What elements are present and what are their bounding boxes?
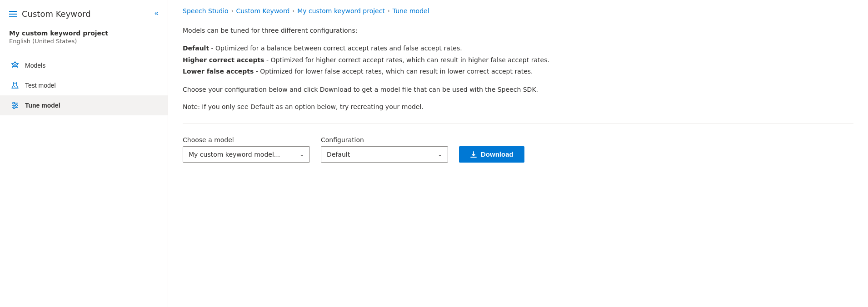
breadcrumb-project[interactable]: My custom keyword project — [297, 7, 385, 15]
divider — [183, 123, 853, 124]
breadcrumb-current: Tune model — [393, 7, 429, 15]
download-label: Download — [481, 150, 514, 158]
page-content: Models can be tuned for three different … — [183, 25, 853, 307]
controls-row: Choose a model My custom keyword model..… — [183, 136, 853, 177]
choose-model-field: Choose a model My custom keyword model..… — [183, 136, 310, 163]
breadcrumb-custom-keyword[interactable]: Custom Keyword — [236, 7, 289, 15]
download-icon — [470, 151, 477, 158]
tune-icon — [10, 101, 20, 110]
chevron-down-icon: ⌄ — [299, 151, 304, 158]
sidebar-item-models[interactable]: Models — [0, 55, 168, 75]
sidebar-nav: Models Test model — [0, 55, 168, 115]
svg-point-8 — [15, 104, 17, 106]
note-text-content: Note: If you only see Default as an opti… — [183, 103, 424, 110]
sidebar-project: My custom keyword project English (Unite… — [0, 30, 168, 46]
svg-point-7 — [13, 102, 15, 104]
sidebar-collapse-button[interactable]: « — [153, 7, 160, 19]
chevron-down-icon-config: ⌄ — [438, 151, 442, 158]
config-lower-false-desc: - Optimized for lower false accept rates… — [254, 68, 533, 75]
choose-model-value: My custom keyword model... — [189, 151, 280, 158]
models-icon — [10, 61, 20, 70]
sidebar-models-label: Models — [25, 62, 45, 69]
project-language: English (United States) — [9, 38, 159, 45]
breadcrumb-sep-2: › — [292, 8, 294, 14]
config-default: Default - Optimized for a balance betwee… — [183, 43, 853, 54]
config-higher-correct-desc: - Optimized for higher correct accept ra… — [264, 56, 549, 64]
config-lower-false: Lower false accepts - Optimized for lowe… — [183, 66, 853, 77]
project-name: My custom keyword project — [9, 30, 159, 37]
sidebar-item-tune-model[interactable]: Tune model — [0, 95, 168, 115]
breadcrumb: Speech Studio › Custom Keyword › My cust… — [183, 0, 853, 25]
choose-model-dropdown[interactable]: My custom keyword model... ⌄ — [183, 146, 310, 163]
breadcrumb-sep-1: › — [231, 8, 234, 14]
configuration-value: Default — [327, 151, 350, 158]
svg-point-2 — [14, 86, 15, 87]
config-higher-correct-name: Higher correct accepts — [183, 56, 264, 64]
configuration-label: Configuration — [321, 136, 448, 144]
breadcrumb-speech-studio[interactable]: Speech Studio — [183, 7, 229, 15]
main-content: Speech Studio › Custom Keyword › My cust… — [168, 0, 868, 307]
sidebar-title: Custom Keyword — [22, 9, 91, 19]
description-text: Models can be tuned for three different … — [183, 25, 853, 35]
sidebar-test-model-label: Test model — [25, 82, 56, 89]
choose-model-label: Choose a model — [183, 136, 310, 144]
sidebar-item-test-model[interactable]: Test model — [0, 75, 168, 95]
sidebar-tune-model-label: Tune model — [25, 102, 60, 109]
configuration-dropdown[interactable]: Default ⌄ — [321, 146, 448, 163]
config-default-name: Default — [183, 45, 209, 52]
sidebar-title-row: Custom Keyword — [0, 0, 168, 30]
svg-point-9 — [13, 107, 15, 109]
breadcrumb-sep-3: › — [388, 8, 390, 14]
sidebar: « Custom Keyword My custom keyword proje… — [0, 0, 168, 307]
config-default-desc: - Optimized for a balance between correc… — [209, 45, 462, 52]
note-text: Note: If you only see Default as an opti… — [183, 102, 853, 112]
config-lower-false-name: Lower false accepts — [183, 68, 254, 75]
choose-text: Choose your configuration below and clic… — [183, 84, 853, 94]
download-button[interactable]: Download — [459, 146, 524, 163]
config-higher-correct: Higher correct accepts - Optimized for h… — [183, 54, 853, 66]
configuration-field: Configuration Default ⌄ — [321, 136, 448, 163]
hamburger-icon[interactable] — [9, 11, 17, 17]
svg-point-3 — [15, 87, 16, 88]
flask-icon — [10, 81, 20, 90]
config-options-list: Default - Optimized for a balance betwee… — [183, 43, 853, 77]
